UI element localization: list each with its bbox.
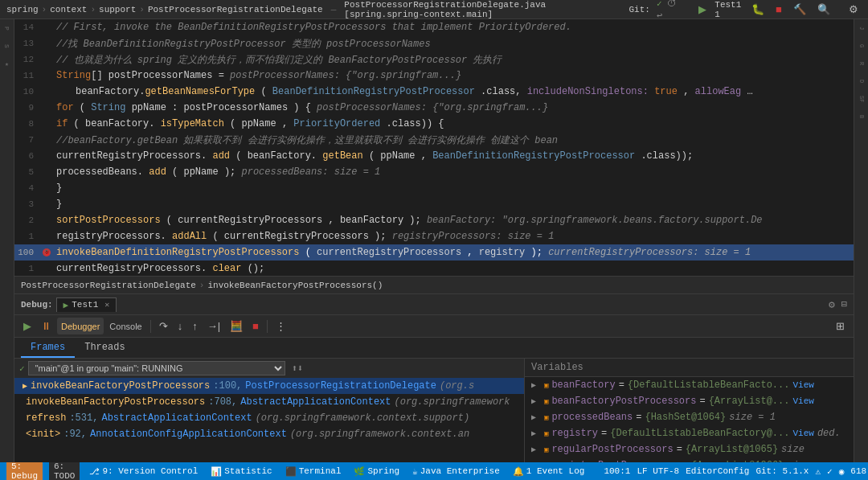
step-over-btn[interactable]: ↷ bbox=[155, 318, 172, 334]
breadcrumb-bar: PostProcessorRegistrationDelegate › invo… bbox=[14, 276, 854, 293]
status-circle-icon[interactable]: ◉ bbox=[836, 466, 848, 477]
warning-icon: ⚠ bbox=[815, 466, 821, 477]
var-regularPostProcessors[interactable]: ▶ ▣ regularPostProcessors = {ArrayList@1… bbox=[525, 441, 854, 457]
bean-icon[interactable]: B bbox=[856, 111, 867, 122]
encoding-label: LF UTF-8 bbox=[637, 466, 679, 476]
code-lines: 14 // First, invoke the BeanDefinitionRe… bbox=[14, 19, 854, 276]
step-out-btn[interactable]: ↑ bbox=[188, 318, 202, 334]
status-terminal[interactable]: ⬛ Terminal bbox=[282, 466, 345, 477]
status-event-log[interactable]: 🔔 1 Event Log bbox=[510, 466, 588, 477]
var-icon: ▣ bbox=[544, 397, 548, 406]
code-line-13: 13 //找 BeanDefinitionRegistryPostProcess… bbox=[14, 35, 854, 51]
debug-layout-icon[interactable]: ⊟ bbox=[841, 298, 847, 310]
var-icon: ▣ bbox=[544, 429, 548, 438]
stop-debug-btn[interactable]: ■ bbox=[248, 318, 263, 334]
status-git-branch[interactable]: Git: 5.1.x bbox=[752, 466, 812, 476]
structure-icon[interactable]: S bbox=[2, 40, 13, 51]
status-line-col[interactable]: 100:1 bbox=[600, 466, 633, 476]
status-encoding[interactable]: LF UTF-8 bbox=[633, 466, 682, 476]
git-branch-label: Git: 5.1.x bbox=[755, 466, 809, 476]
debugger-tab-btn[interactable]: Debugger bbox=[57, 318, 104, 334]
debug-status-label: 5: Debug bbox=[11, 462, 38, 480]
status-warning-icon[interactable]: ⚠ bbox=[812, 466, 824, 477]
breadcrumb-method-name[interactable]: invokeBeanFactoryPostProcessors() bbox=[207, 281, 383, 290]
console-label: Console bbox=[109, 322, 141, 331]
status-check-icon[interactable]: ✓ bbox=[824, 466, 836, 477]
debug-resume-btn[interactable]: ▶ bbox=[19, 318, 35, 334]
git-clock-icon: ⏱ bbox=[667, 0, 677, 10]
java-enterprise-label: Java Enterprise bbox=[420, 466, 500, 476]
tab-threads[interactable]: Threads bbox=[75, 338, 134, 358]
code-line-7: 7 //beanFactory.getBean 如果获取不到 会进行实例化操作，… bbox=[14, 132, 854, 148]
event-log-icon: 🔔 bbox=[513, 466, 524, 477]
var-icon: ▣ bbox=[544, 413, 548, 422]
step-into-btn[interactable]: ↓ bbox=[174, 318, 187, 334]
breakpoint-icon[interactable]: 🐞 bbox=[43, 248, 51, 256]
thread-nav-icons[interactable]: ⬆⬇ bbox=[292, 363, 303, 375]
database-icon[interactable]: D bbox=[856, 76, 867, 87]
var-processedBeans[interactable]: ▶ ▣ processedBeans = {HashSet@1064} size… bbox=[525, 409, 854, 425]
var-registryPostProcessors[interactable]: ▶ ▣ registryPostProcessors = {ArrayList@… bbox=[525, 457, 854, 462]
rest-services-icon[interactable]: R bbox=[856, 58, 867, 69]
breadcrumb-support[interactable]: support bbox=[99, 5, 136, 14]
frame-item-2[interactable]: refresh :531, AbstractApplicationContext… bbox=[14, 410, 524, 426]
search-button[interactable]: 🔍 bbox=[814, 2, 833, 17]
debug-test-tab[interactable]: ▶ Test1 ✕ bbox=[56, 297, 117, 312]
status-todo-item[interactable]: 6: TODO bbox=[49, 462, 80, 480]
debug-pause-btn[interactable]: ⏸ bbox=[37, 318, 55, 334]
breadcrumb-context[interactable]: context bbox=[50, 5, 87, 14]
spring-icon: 🌿 bbox=[354, 466, 365, 477]
editor-config-label: EditorConfig bbox=[686, 466, 749, 476]
status-editor-config[interactable]: EditorConfig bbox=[682, 466, 752, 476]
status-spring[interactable]: 🌿 Spring bbox=[350, 466, 403, 477]
status-debug-item[interactable]: 5: Debug bbox=[6, 462, 43, 480]
status-version-control[interactable]: ⎇ 9: Version Control bbox=[86, 466, 201, 477]
code-line-14: 14 // First, invoke the BeanDefinitionRe… bbox=[14, 19, 854, 35]
build-button[interactable]: 🔨 bbox=[790, 2, 809, 17]
code-line-1a: 1 registryProcessors. addAll ( currentRe… bbox=[14, 228, 854, 244]
jenkins-icon[interactable]: J bbox=[856, 23, 867, 34]
debug-content: ✓ "main"@1 in group "main": RUNNING ⬆⬇ ▶… bbox=[14, 359, 854, 462]
restore-layout-btn[interactable]: ⊞ bbox=[832, 318, 849, 334]
line-col-label: 100:1 bbox=[604, 466, 630, 476]
debug-button[interactable]: 🐛 bbox=[748, 2, 768, 17]
var-beanFactoryPostProcessors[interactable]: ▶ ▣ beanFactoryPostProcessors = {ArrayLi… bbox=[525, 393, 854, 409]
var-beanFactory[interactable]: ▶ ▣ beanFactory = {DefaultListableBeanFa… bbox=[525, 377, 854, 393]
gradle-icon[interactable]: G bbox=[856, 40, 867, 51]
debug-title: Debug: bbox=[21, 300, 53, 310]
breadcrumb-spring[interactable]: spring bbox=[6, 5, 39, 14]
status-java-enterprise[interactable]: ☕ Java Enterprise bbox=[409, 466, 503, 477]
debug-toolbar: ▶ ⏸ Debugger Console ↷ ↓ ↑ →| 🧮 ■ ⋮ ⊞ bbox=[14, 315, 854, 338]
evaluate-btn[interactable]: 🧮 bbox=[226, 318, 247, 334]
code-view: 14 // First, invoke the BeanDefinitionRe… bbox=[14, 19, 854, 276]
debug-settings-icon[interactable]: ⚙ bbox=[829, 298, 835, 311]
debug-tabs: Frames Threads bbox=[14, 338, 854, 359]
favorites-icon[interactable]: ★ bbox=[2, 58, 13, 69]
settings-button[interactable]: ⚙ bbox=[845, 2, 862, 17]
run-button[interactable]: ▶ bbox=[695, 2, 710, 17]
activity-bar: P S ★ bbox=[0, 19, 14, 462]
console-tab-btn[interactable]: Console bbox=[105, 318, 145, 334]
frame-item-3[interactable]: <init> :92, AnnotationConfigApplicationC… bbox=[14, 426, 524, 442]
spring-label: Spring bbox=[367, 466, 399, 476]
tab-frames[interactable]: Frames bbox=[21, 338, 75, 358]
var-registry[interactable]: ▶ ▣ registry = {DefaultListableBeanFacto… bbox=[525, 425, 854, 441]
breadcrumb-class-name[interactable]: PostProcessorRegistrationDelegate bbox=[21, 281, 196, 290]
more-debug-btn[interactable]: ⋮ bbox=[272, 318, 290, 334]
run-config-label: Test1 1 bbox=[714, 0, 743, 19]
frame-item-1[interactable]: invokeBeanFactoryPostProcessors :708, Ab… bbox=[14, 394, 524, 410]
run-to-cursor-btn[interactable]: →| bbox=[203, 318, 224, 334]
java-icon: ☕ bbox=[412, 466, 418, 477]
frame-item-0[interactable]: ▶ invokeBeanFactoryPostProcessors :100, … bbox=[14, 378, 524, 394]
debug-tab-close-btn[interactable]: ✕ bbox=[104, 300, 109, 310]
check-icon: ✓ bbox=[827, 466, 833, 477]
status-statistic[interactable]: 📊 Statistic bbox=[207, 466, 275, 477]
sf-icon[interactable]: SF bbox=[856, 93, 867, 105]
variables-header: Variables bbox=[525, 359, 854, 377]
code-line-1b: 1 currentRegistryProcessors. clear (); bbox=[14, 261, 854, 276]
project-icon[interactable]: P bbox=[2, 23, 13, 34]
thread-selector[interactable]: "main"@1 in group "main": RUNNING bbox=[28, 361, 285, 375]
status-memory[interactable]: 618 of 7168M bbox=[847, 466, 868, 476]
stop-button[interactable]: ■ bbox=[772, 2, 785, 17]
breadcrumb-class[interactable]: PostProcessorRegistrationDelegate bbox=[148, 5, 323, 14]
